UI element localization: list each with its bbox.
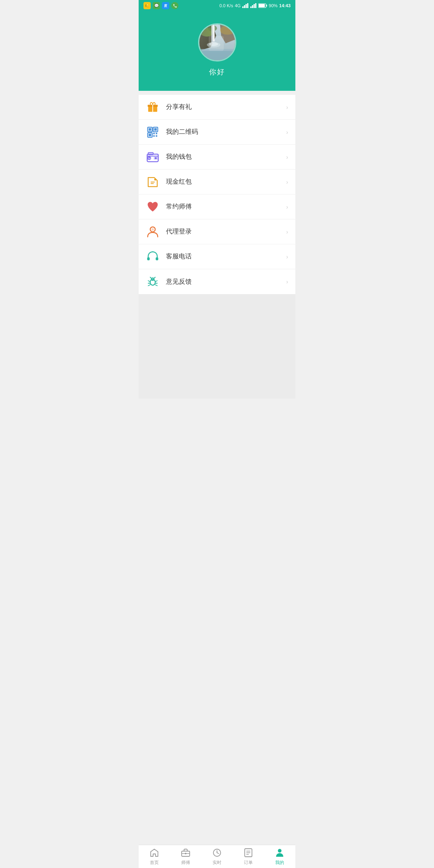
- app-icon-1: 🍋: [143, 2, 151, 9]
- person-icon: [146, 225, 160, 239]
- menu-item-share-gift[interactable]: 分享有礼 ›: [139, 95, 295, 120]
- svg-rect-34: [153, 133, 155, 134]
- svg-line-55: [155, 281, 157, 282]
- svg-point-21: [220, 26, 235, 35]
- svg-rect-10: [259, 4, 265, 7]
- svg-rect-0: [242, 6, 244, 8]
- menu-item-agent-login[interactable]: 代理登录 ›: [139, 219, 295, 244]
- status-bar-right: 0.0 K/s 4G 90% 14:43: [219, 3, 291, 8]
- svg-rect-31: [154, 128, 157, 131]
- avatar-image: [199, 25, 235, 60]
- svg-line-58: [148, 285, 150, 286]
- svg-line-61: [154, 277, 156, 278]
- qrcode-icon: [146, 125, 160, 139]
- menu-item-qrcode[interactable]: 我的二维码 ›: [139, 120, 295, 145]
- app-icon-2: 💬: [153, 2, 160, 9]
- svg-rect-4: [250, 6, 252, 8]
- signal-icon: [242, 3, 249, 8]
- battery-percent: 90%: [269, 3, 278, 8]
- svg-rect-7: [255, 3, 256, 8]
- menu-label-favorite-master: 常约师傅: [166, 203, 286, 211]
- menu-item-favorite-master[interactable]: 常约师傅 ›: [139, 194, 295, 219]
- svg-rect-35: [156, 133, 158, 134]
- menu-label-qrcode: 我的二维码: [166, 128, 286, 136]
- svg-rect-37: [156, 135, 158, 137]
- network-type: 4G: [235, 3, 241, 8]
- chevron-icon-8: ›: [286, 278, 288, 285]
- menu-item-red-packet[interactable]: 现金红包 ›: [139, 170, 295, 194]
- svg-rect-24: [209, 36, 223, 51]
- svg-rect-2: [246, 4, 247, 8]
- app-icon-3: 度: [162, 2, 169, 9]
- svg-rect-23: [199, 51, 235, 60]
- svg-rect-9: [266, 5, 267, 7]
- menu-item-customer-service[interactable]: 客服电话 ›: [139, 244, 295, 269]
- svg-rect-1: [244, 5, 245, 8]
- svg-rect-50: [147, 257, 149, 260]
- chevron-icon-7: ›: [286, 254, 288, 260]
- svg-rect-36: [153, 135, 155, 137]
- svg-line-54: [148, 281, 150, 282]
- svg-line-60: [150, 277, 151, 278]
- battery-icon: [258, 3, 267, 8]
- profile-header: 你好: [139, 11, 295, 91]
- avatar[interactable]: [198, 23, 236, 61]
- app-icon-4: [171, 2, 178, 9]
- signal-icon-2: [250, 3, 257, 8]
- menu-item-wallet[interactable]: 我的钱包 ›: [139, 145, 295, 170]
- chevron-icon-6: ›: [286, 229, 288, 235]
- chevron-icon-4: ›: [286, 179, 288, 185]
- svg-point-49: [151, 228, 154, 230]
- svg-rect-29: [149, 128, 151, 131]
- svg-rect-6: [254, 4, 255, 8]
- menu-label-share-gift: 分享有礼: [166, 103, 286, 111]
- svg-rect-5: [252, 5, 253, 8]
- svg-line-59: [155, 285, 157, 286]
- menu-label-wallet: 我的钱包: [166, 153, 286, 161]
- menu-label-agent-login: 代理登录: [166, 227, 286, 236]
- chevron-icon-2: ›: [286, 129, 288, 135]
- status-bar: 🍋 💬 度 0.0 K/s 4G: [139, 0, 295, 11]
- gray-area: [139, 294, 295, 399]
- svg-rect-3: [247, 3, 248, 8]
- tag-icon: [146, 175, 160, 189]
- menu-list: 分享有礼 › 我的二维码 ›: [139, 95, 295, 294]
- menu-label-red-packet: 现金红包: [166, 178, 286, 186]
- status-bar-left: 🍋 💬 度: [143, 2, 178, 9]
- svg-rect-33: [149, 133, 151, 136]
- chevron-icon-3: ›: [286, 154, 288, 160]
- menu-label-feedback: 意见反馈: [166, 278, 286, 286]
- heart-icon: [146, 200, 160, 214]
- svg-point-40: [155, 157, 157, 159]
- username: 你好: [209, 67, 225, 77]
- headphone-icon: [146, 250, 160, 264]
- svg-rect-51: [156, 257, 158, 260]
- menu-label-customer-service: 客服电话: [166, 252, 286, 261]
- svg-rect-42: [148, 152, 154, 154]
- menu-item-feedback[interactable]: 意见反馈 ›: [139, 269, 295, 294]
- network-speed: 0.0 K/s: [219, 3, 233, 8]
- svg-point-45: [154, 178, 156, 180]
- chevron-icon: ›: [286, 104, 288, 111]
- chevron-icon-5: ›: [286, 204, 288, 210]
- time: 14:43: [279, 3, 291, 8]
- gift-icon: [146, 100, 160, 114]
- wallet-icon: [146, 150, 160, 164]
- bug-icon: [146, 275, 160, 289]
